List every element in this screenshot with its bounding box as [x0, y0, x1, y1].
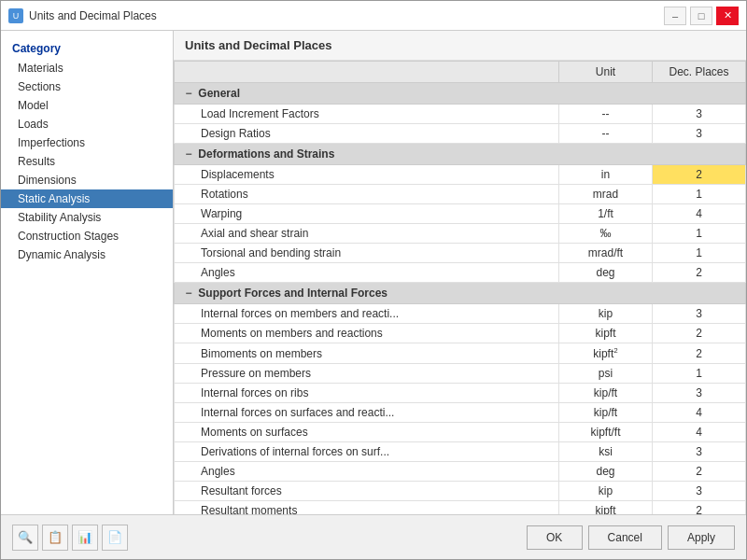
table-row: Warping 1/ft 4 — [175, 204, 746, 224]
sidebar-item-dynamic-analysis[interactable]: Dynamic Analysis — [1, 245, 173, 264]
search-icon-button[interactable]: 🔍 — [12, 525, 38, 551]
sidebar-item-dimensions[interactable]: Dimensions — [1, 171, 173, 189]
section-header-cell: − Deformations and Strains — [175, 144, 746, 165]
row-unit-cell[interactable]: kipft — [559, 501, 653, 515]
table-row: Displacements in 2 — [175, 165, 746, 185]
row-unit-cell[interactable]: kipft/ft — [559, 423, 653, 442]
row-name-cell: Internal forces on surfaces and reacti..… — [175, 403, 559, 423]
table-row: Resultant forces kip 3 — [175, 482, 746, 501]
copy-icon-button[interactable]: 📋 — [42, 525, 68, 551]
sidebar-item-results[interactable]: Results — [1, 152, 173, 171]
row-name-cell: Load Increment Factors — [175, 105, 559, 124]
row-unit-cell[interactable]: kip/ft — [559, 403, 653, 423]
row-name-cell: Bimoments on members — [175, 343, 559, 364]
row-dec-cell[interactable]: 3 — [653, 482, 746, 501]
content-area: Category Materials Sections Model Loads … — [1, 31, 746, 514]
row-dec-cell[interactable]: 1 — [653, 224, 746, 244]
row-name-cell: Angles — [175, 263, 559, 283]
row-dec-cell[interactable]: 1 — [653, 244, 746, 263]
row-name-cell: Moments on surfaces — [175, 423, 559, 442]
row-dec-cell[interactable]: 2 — [653, 343, 746, 364]
table-row: Pressure on members psi 1 — [175, 364, 746, 384]
row-dec-cell[interactable]: 4 — [653, 423, 746, 442]
sidebar-item-construction-stages[interactable]: Construction Stages — [1, 227, 173, 245]
row-unit-cell[interactable]: in — [559, 165, 653, 185]
chart-icon-button[interactable]: 📊 — [72, 525, 98, 551]
row-unit-cell[interactable]: mrad/ft — [559, 244, 653, 263]
sidebar-item-imperfections[interactable]: Imperfections — [1, 133, 173, 152]
sidebar-item-materials[interactable]: Materials — [1, 59, 173, 77]
table-row: Moments on surfaces kipft/ft 4 — [175, 423, 746, 442]
minimize-button[interactable]: – — [664, 7, 686, 25]
row-name-cell: Internal forces on ribs — [175, 384, 559, 403]
table-row: Load Increment Factors -- 3 — [175, 105, 746, 124]
sidebar-item-loads[interactable]: Loads — [1, 115, 173, 133]
row-unit-cell[interactable]: ksi — [559, 442, 653, 462]
title-bar: U Units and Decimal Places – □ ✕ — [1, 1, 746, 31]
table-row: Bimoments on members kipft2 2 — [175, 343, 746, 364]
window-icon: U — [8, 8, 23, 23]
row-unit-cell[interactable]: kip/ft — [559, 384, 653, 403]
row-unit-cell[interactable]: kip — [559, 482, 653, 501]
row-dec-cell[interactable]: 2 — [653, 165, 746, 185]
row-unit-cell[interactable]: ‰ — [559, 224, 653, 244]
row-unit-cell[interactable]: deg — [559, 462, 653, 482]
col-header-unit: Unit — [559, 62, 653, 83]
sidebar: Category Materials Sections Model Loads … — [1, 31, 174, 514]
title-controls: – □ ✕ — [664, 7, 739, 25]
row-name-cell: Moments on members and reactions — [175, 324, 559, 343]
row-dec-cell[interactable]: 2 — [653, 324, 746, 343]
sidebar-item-static-analysis[interactable]: Static Analysis — [1, 189, 173, 208]
row-name-cell: Resultant forces — [175, 482, 559, 501]
row-unit-cell[interactable]: deg — [559, 263, 653, 283]
section-toggle-deformations[interactable]: − — [182, 147, 195, 161]
row-dec-cell[interactable]: 2 — [653, 462, 746, 482]
row-unit-cell[interactable]: kip — [559, 304, 653, 324]
doc-icon-button[interactable]: 📄 — [102, 525, 128, 551]
row-dec-cell[interactable]: 3 — [653, 384, 746, 403]
cancel-button[interactable]: Cancel — [588, 525, 662, 550]
row-dec-cell[interactable]: 2 — [653, 501, 746, 515]
row-name-cell: Rotations — [175, 185, 559, 204]
col-header-dec: Dec. Places — [653, 62, 746, 83]
table-row: Resultant moments kipft 2 — [175, 501, 746, 515]
row-dec-cell[interactable]: 1 — [653, 364, 746, 384]
sidebar-item-sections[interactable]: Sections — [1, 77, 173, 96]
section-toggle-general[interactable]: − — [182, 87, 195, 100]
table-area[interactable]: Unit Dec. Places − General Load Incremen… — [174, 61, 746, 514]
apply-button[interactable]: Apply — [668, 525, 735, 550]
title-bar-left: U Units and Decimal Places — [8, 8, 157, 23]
sidebar-item-stability-analysis[interactable]: Stability Analysis — [1, 208, 173, 227]
table-row: Internal forces on ribs kip/ft 3 — [175, 384, 746, 403]
main-window: U Units and Decimal Places – □ ✕ Categor… — [0, 0, 747, 560]
row-unit-cell[interactable]: 1/ft — [559, 204, 653, 224]
row-unit-cell[interactable]: psi — [559, 364, 653, 384]
section-header-support-forces: − Support Forces and Internal Forces — [175, 283, 746, 304]
row-dec-cell[interactable]: 1 — [653, 185, 746, 204]
table-row: Torsional and bending strain mrad/ft 1 — [175, 244, 746, 263]
footer-buttons: OK Cancel Apply — [527, 525, 735, 550]
superscript-text: 2 — [613, 346, 617, 355]
row-unit-cell[interactable]: mrad — [559, 185, 653, 204]
table-row: Axial and shear strain ‰ 1 — [175, 224, 746, 244]
sidebar-item-model[interactable]: Model — [1, 96, 173, 115]
row-unit-cell[interactable]: kipft — [559, 324, 653, 343]
table-row: Internal forces on surfaces and reacti..… — [175, 403, 746, 423]
maximize-button[interactable]: □ — [690, 7, 712, 25]
row-unit-cell[interactable]: -- — [559, 105, 653, 124]
close-button[interactable]: ✕ — [716, 7, 739, 25]
row-dec-cell[interactable]: 3 — [653, 304, 746, 324]
row-dec-cell[interactable]: 3 — [653, 124, 746, 144]
row-name-cell: Derivations of internal forces on surf..… — [175, 442, 559, 462]
row-unit-cell[interactable]: kipft2 — [559, 343, 653, 364]
section-header-cell: − General — [175, 83, 746, 105]
row-dec-cell[interactable]: 2 — [653, 263, 746, 283]
ok-button[interactable]: OK — [527, 525, 583, 550]
section-toggle-support-forces[interactable]: − — [182, 287, 195, 300]
row-name-cell: Angles — [175, 462, 559, 482]
row-unit-cell[interactable]: -- — [559, 124, 653, 144]
row-dec-cell[interactable]: 4 — [653, 204, 746, 224]
row-dec-cell[interactable]: 3 — [653, 442, 746, 462]
row-dec-cell[interactable]: 4 — [653, 403, 746, 423]
row-dec-cell[interactable]: 3 — [653, 105, 746, 124]
